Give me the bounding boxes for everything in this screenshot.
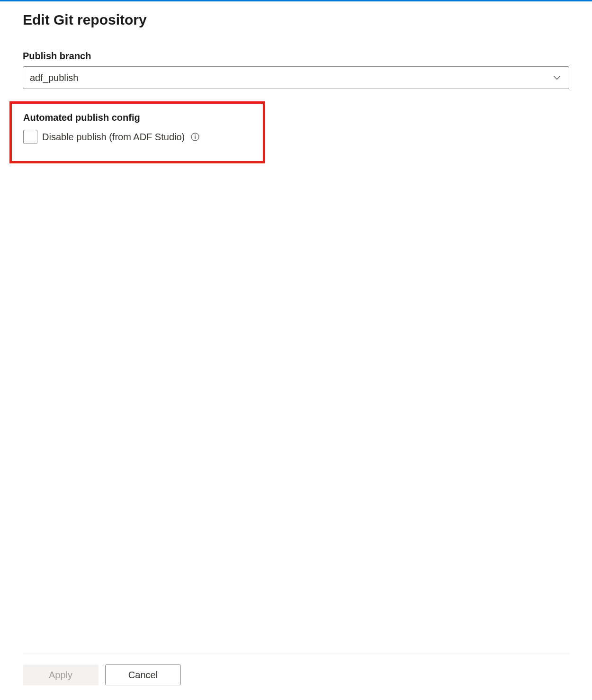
svg-point-1: [195, 135, 196, 135]
svg-rect-2: [195, 136, 196, 139]
git-repository-panel: Edit Git repository Publish branch adf_p…: [0, 1, 592, 699]
disable-publish-row: Disable publish (from ADF Studio): [23, 130, 253, 144]
publish-branch-dropdown[interactable]: adf_publish: [23, 66, 569, 89]
automated-publish-section-label: Automated publish config: [23, 112, 253, 123]
publish-branch-value: adf_publish: [30, 72, 78, 83]
publish-branch-field: Publish branch adf_publish: [23, 51, 569, 89]
apply-button[interactable]: Apply: [23, 664, 99, 685]
page-title: Edit Git repository: [23, 12, 569, 28]
disable-publish-label: Disable publish (from ADF Studio): [42, 132, 185, 143]
disable-publish-checkbox[interactable]: [23, 130, 37, 144]
automated-publish-highlight: Automated publish config Disable publish…: [9, 101, 265, 163]
cancel-button[interactable]: Cancel: [105, 664, 181, 685]
publish-branch-label: Publish branch: [23, 51, 569, 62]
footer-actions: Apply Cancel: [23, 654, 569, 699]
chevron-down-icon: [553, 73, 561, 82]
content-area: Edit Git repository Publish branch adf_p…: [23, 12, 569, 654]
info-icon[interactable]: [190, 132, 200, 142]
